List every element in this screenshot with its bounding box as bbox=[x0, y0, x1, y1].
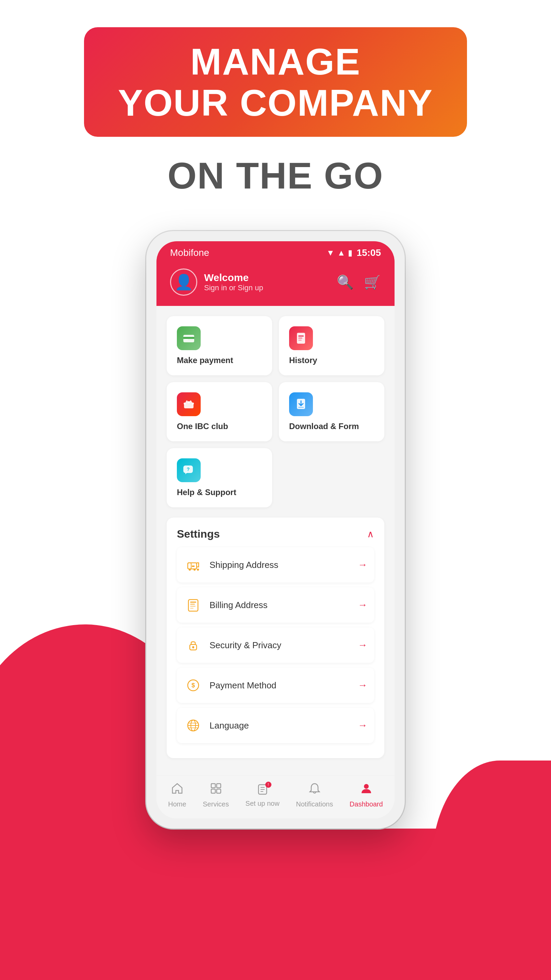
svg-rect-13 bbox=[298, 407, 304, 408]
dashboard-label: Dashboard bbox=[349, 800, 383, 808]
app-header: 👤 Welcome Sign in or Sign up 🔍 🛒 bbox=[156, 262, 395, 306]
svg-rect-29 bbox=[193, 647, 194, 649]
menu-card-make-payment[interactable]: Make payment bbox=[167, 316, 272, 375]
menu-card-one-ibc-club[interactable]: One IBC club bbox=[167, 382, 272, 441]
hero-banner: MANAGE YOUR COMPANY bbox=[84, 27, 467, 137]
menu-grid: Make payment bbox=[167, 316, 384, 508]
billing-icon bbox=[184, 595, 203, 614]
security-privacy-label: Security & Privacy bbox=[210, 640, 281, 651]
settings-item-shipping-address[interactable]: Shipping Address → bbox=[177, 547, 374, 582]
help-support-label: Help & Support bbox=[177, 488, 262, 497]
settings-title: Settings bbox=[177, 528, 220, 540]
hero-section: MANAGE YOUR COMPANY ON THE GO Mobifone ▼… bbox=[0, 0, 551, 829]
settings-header: Settings ∧ bbox=[177, 528, 374, 540]
svg-point-21 bbox=[197, 569, 199, 571]
svg-rect-17 bbox=[188, 563, 191, 569]
settings-item-language[interactable]: Language → bbox=[177, 708, 374, 743]
svg-rect-37 bbox=[211, 784, 215, 788]
setup-icon-wrapper: ! bbox=[256, 783, 269, 797]
notifications-icon bbox=[308, 782, 321, 798]
header-actions: 🔍 🛒 bbox=[337, 274, 381, 290]
services-icon bbox=[210, 782, 222, 798]
shipping-icon bbox=[184, 555, 203, 574]
svg-rect-4 bbox=[298, 336, 304, 337]
home-label: Home bbox=[168, 800, 186, 808]
language-label: Language bbox=[210, 721, 249, 731]
svg-rect-25 bbox=[190, 606, 195, 607]
hero-banner-line1: MANAGE bbox=[118, 41, 433, 82]
svg-rect-38 bbox=[217, 784, 221, 788]
setup-badge: ! bbox=[265, 782, 272, 788]
hero-subtitle: ON THE GO bbox=[167, 154, 383, 197]
help-icon: ? bbox=[177, 458, 201, 482]
home-icon bbox=[171, 782, 183, 798]
dashboard-icon bbox=[360, 782, 372, 798]
time-label: 15:05 bbox=[356, 247, 381, 258]
svg-point-9 bbox=[184, 402, 186, 404]
payment-method-label: Payment Method bbox=[210, 680, 276, 691]
svg-rect-5 bbox=[298, 337, 302, 339]
signal-icon: ▲ bbox=[337, 248, 346, 258]
settings-section: Settings ∧ bbox=[167, 517, 384, 758]
carrier-label: Mobifone bbox=[170, 247, 209, 258]
club-icon bbox=[177, 392, 201, 416]
language-icon bbox=[184, 716, 203, 735]
download-icon bbox=[289, 392, 313, 416]
svg-rect-2 bbox=[185, 339, 188, 340]
avatar[interactable]: 👤 bbox=[170, 269, 197, 296]
wifi-icon: ▼ bbox=[327, 248, 335, 258]
svg-point-10 bbox=[188, 401, 190, 403]
cart-icon[interactable]: 🛒 bbox=[364, 274, 381, 290]
bottom-nav: Home Services bbox=[156, 775, 395, 818]
svg-rect-24 bbox=[190, 604, 195, 605]
svg-rect-22 bbox=[189, 600, 198, 611]
arrow-right-icon: → bbox=[358, 640, 367, 651]
download-form-label: Download & Form bbox=[289, 422, 374, 431]
phone-mockup: Mobifone ▼ ▲ ▮ 15:05 👤 bbox=[146, 231, 405, 829]
content-area: Make payment bbox=[156, 306, 395, 775]
welcome-label: Welcome bbox=[204, 272, 263, 283]
menu-card-history[interactable]: History bbox=[279, 316, 384, 375]
history-label: History bbox=[289, 356, 374, 365]
phone-screen: Mobifone ▼ ▲ ▮ 15:05 👤 bbox=[156, 241, 395, 818]
nav-item-setup-now[interactable]: ! Set up now bbox=[246, 783, 279, 808]
nav-item-services[interactable]: Services bbox=[203, 782, 229, 808]
svg-rect-39 bbox=[211, 789, 215, 793]
menu-card-help-support[interactable]: ? Help & Support bbox=[167, 448, 272, 508]
battery-icon: ▮ bbox=[348, 248, 353, 258]
svg-rect-23 bbox=[190, 601, 196, 603]
user-info: 👤 Welcome Sign in or Sign up bbox=[170, 269, 263, 296]
svg-text:$: $ bbox=[192, 682, 195, 689]
settings-item-security-privacy[interactable]: Security & Privacy → bbox=[177, 627, 374, 663]
arrow-right-icon: → bbox=[358, 680, 367, 691]
svg-rect-26 bbox=[190, 608, 194, 609]
phone-frame: Mobifone ▼ ▲ ▮ 15:05 👤 bbox=[146, 231, 405, 829]
signal-icons: ▼ ▲ ▮ bbox=[327, 248, 353, 258]
make-payment-label: Make payment bbox=[177, 356, 262, 365]
security-icon bbox=[184, 636, 203, 655]
payment-icon bbox=[177, 326, 201, 350]
arrow-right-icon: → bbox=[358, 559, 367, 570]
settings-item-billing-address[interactable]: Billing Address → bbox=[177, 587, 374, 623]
settings-item-left: Shipping Address bbox=[184, 555, 278, 574]
svg-point-45 bbox=[364, 784, 369, 789]
welcome-block: Welcome Sign in or Sign up bbox=[204, 272, 263, 292]
settings-item-payment-method[interactable]: $ Payment Method → bbox=[177, 668, 374, 703]
svg-text:?: ? bbox=[187, 466, 190, 472]
services-label: Services bbox=[203, 800, 229, 808]
hero-banner-line2: YOUR COMPANY bbox=[118, 82, 433, 123]
settings-item-left: Security & Privacy bbox=[184, 636, 281, 655]
svg-point-20 bbox=[194, 569, 195, 571]
nav-item-notifications[interactable]: Notifications bbox=[296, 782, 333, 808]
nav-item-home[interactable]: Home bbox=[168, 782, 186, 808]
nav-item-dashboard[interactable]: Dashboard bbox=[349, 782, 383, 808]
status-bar: Mobifone ▼ ▲ ▮ 15:05 bbox=[156, 241, 395, 262]
settings-item-left: Billing Address bbox=[184, 595, 268, 614]
svg-point-11 bbox=[192, 402, 194, 404]
chevron-up-icon[interactable]: ∧ bbox=[367, 528, 374, 540]
arrow-right-icon: → bbox=[358, 600, 367, 611]
svg-rect-1 bbox=[183, 337, 194, 339]
search-icon[interactable]: 🔍 bbox=[337, 274, 354, 290]
menu-card-download-form[interactable]: Download & Form bbox=[279, 382, 384, 441]
history-icon bbox=[289, 326, 313, 350]
